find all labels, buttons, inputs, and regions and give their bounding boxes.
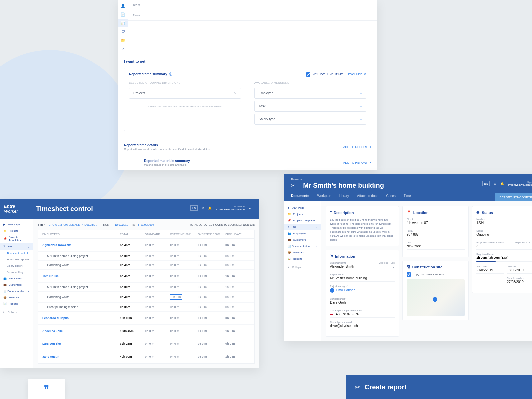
sidebar-item-projects[interactable]: 📁Projects: [0, 228, 33, 234]
sidebar-sub-salary-export[interactable]: Salary export: [0, 263, 33, 269]
user-menu[interactable]: Signed inPrzemysław Machlewski: [216, 205, 245, 211]
breadcrumb[interactable]: Projects: [291, 178, 384, 181]
add-icon[interactable]: +: [360, 117, 362, 121]
sidebar-sub-timesheet-control[interactable]: Timesheet control: [0, 250, 33, 256]
sidebar-item-reports[interactable]: 📊Reports: [284, 256, 321, 262]
sidebar-item-employees[interactable]: 👥Employees: [0, 275, 33, 282]
street-value[interactable]: 4th Avenue 87: [407, 221, 465, 226]
rail-icon[interactable]: 📊: [118, 19, 128, 27]
rail-icon[interactable]: 🛡: [118, 27, 128, 36]
sidebar-item-materials[interactable]: 📦Materials: [0, 294, 33, 301]
table-row[interactable]: Mr Smith home building project5h 00m0h 0…: [38, 252, 254, 261]
sidebar-sub-timesheet-reporting[interactable]: Timesheet reporting: [0, 256, 33, 263]
add-to-report-button[interactable]: ADD TO REPORT +: [343, 161, 371, 164]
include-lunch-checkbox[interactable]: INCLUDE LUNCHTIME: [306, 72, 343, 77]
address-link[interactable]: Address: [379, 262, 388, 265]
tab-cases[interactable]: Cases: [386, 194, 395, 201]
sidebar-item-start[interactable]: ▶Start Page: [0, 221, 33, 228]
table-row[interactable]: Lars von Tier32h 25m0h 0 m0h 0 m0h 0 m0h…: [38, 337, 254, 350]
email-value[interactable]: dave@skyrise.tech: [330, 324, 395, 329]
contact-value[interactable]: Dave Grohl: [330, 301, 395, 306]
table-row[interactable]: Great plumbing mission0h 05m0h 0 m0h 0 m…: [38, 303, 254, 312]
postal-value[interactable]: 987 887: [407, 233, 465, 238]
customer-value[interactable]: Alexander Smith ⌄: [330, 265, 395, 270]
table-row[interactable]: Gardening works0h 40m0h 0 m0h 0 m0h 0 m0…: [38, 292, 254, 303]
info-icon[interactable]: ⓘ: [169, 72, 172, 76]
completion-date[interactable]: 27/05/2019: [507, 280, 532, 285]
dimension-chip[interactable]: Projects✕: [129, 88, 241, 99]
flag-icon: ▬: [330, 312, 333, 316]
tab-attached-docs[interactable]: Attached docs: [357, 194, 378, 201]
chevron-down-icon[interactable]: ⌄: [249, 206, 251, 210]
rail-icon[interactable]: ↗: [118, 45, 128, 53]
tab-team[interactable]: Team: [128, 0, 377, 10]
pin-icon: 📌: [288, 219, 291, 222]
sidebar-item-templates[interactable]: 📌Projects Templates: [0, 234, 33, 243]
sidebar-item-time[interactable]: ⧖ Time⌄: [0, 243, 33, 250]
edit-link[interactable]: Edit: [391, 262, 395, 265]
close-icon[interactable]: ✕: [364, 73, 366, 76]
tab-period[interactable]: Period: [128, 10, 377, 21]
user-menu[interactable]: Signed inPrzemysław Machlewski: [508, 181, 532, 186]
back-icon[interactable]: ‹: [299, 184, 300, 187]
phone-value[interactable]: ▬ +48 678 876 876: [330, 312, 395, 318]
estimation-value[interactable]: 3: [476, 244, 532, 250]
table-row[interactable]: Leonardo diCaprio16h 00m0h 0 m0h 0 m0h 0…: [38, 312, 254, 325]
sidebar-collapse[interactable]: ⇤Collapse: [0, 309, 33, 315]
add-to-report-button[interactable]: ADD TO REPORT +: [343, 145, 371, 149]
dimension-chip[interactable]: Task+: [254, 101, 366, 112]
sidebar-item-reports[interactable]: 📊Reports: [0, 301, 33, 307]
project-name-value[interactable]: Mr Smith's home building: [330, 276, 395, 282]
exclude-button[interactable]: EXCLUDE ✕: [348, 73, 366, 76]
start-date[interactable]: 21/05/2019: [476, 268, 504, 274]
bell-icon[interactable]: 🔔: [208, 206, 212, 210]
sidebar-item-templates[interactable]: 📌Projects Templates: [284, 217, 321, 224]
table-row[interactable]: Mr Smith home building project5h 00m0h 0…: [38, 283, 254, 292]
dimension-chip[interactable]: Salary type+: [254, 114, 366, 125]
dimension-chip[interactable]: Employee+: [254, 88, 366, 99]
bell-icon[interactable]: 🔔: [500, 182, 504, 185]
lang-switch[interactable]: EN: [190, 205, 198, 211]
sidebar-item-employees[interactable]: 👥Employees: [284, 230, 321, 237]
tab-library[interactable]: Library: [339, 194, 349, 201]
sidebar-item-documentation[interactable]: 📄 Documentation⌄: [0, 288, 33, 294]
rail-icon[interactable]: 📄: [118, 10, 128, 19]
logo[interactable]: EntréWorker: [4, 204, 18, 214]
sidebar-item-materials[interactable]: 📦Materials: [284, 249, 321, 256]
table-row[interactable]: Gardening works0h 45m0h 0 m0h 0 m0h 0 m0…: [38, 261, 254, 270]
sidebar-sub-personnel-log[interactable]: Personnel log: [0, 269, 33, 275]
filter-show-dropdown[interactable]: SHOW EMPLOYEES AND PROJECTS ⌄: [49, 223, 98, 226]
filter-from[interactable]: ▸ 12/09/2019: [113, 223, 128, 226]
rail-icon[interactable]: 👤: [118, 1, 128, 10]
lang-switch[interactable]: EN: [482, 181, 490, 186]
location-card: 📍Location Street4th Avenue 87 Postal987 …: [402, 206, 469, 257]
map[interactable]: [407, 279, 465, 316]
sidebar-item-customers[interactable]: 💼Customers: [0, 282, 33, 288]
deadline[interactable]: 18/06/2019: [507, 268, 532, 274]
table-row[interactable]: Agnieszka Kowalska5h 45m0h 0 m0h 0 m0h 0…: [38, 239, 254, 252]
gear-icon[interactable]: ⚙: [494, 182, 496, 185]
report-nonconformity-button[interactable]: REPORT NONCONFOR: [495, 193, 532, 201]
gear-icon[interactable]: ⚙: [201, 206, 204, 210]
add-icon[interactable]: +: [360, 104, 362, 108]
sidebar-item-time[interactable]: ⧖ Time⌄: [284, 224, 321, 230]
add-icon[interactable]: +: [360, 91, 362, 95]
drop-zone[interactable]: DRAG AND DROP ONE OF AVAILABLE DIMENSION…: [129, 101, 241, 112]
table-row[interactable]: Angelina Jolie123h 45m0h 0 m0h 0 m0h 0 m…: [38, 325, 254, 337]
sidebar-item-documentation[interactable]: 📄 Documentation⌄: [284, 243, 321, 249]
sidebar-collapse[interactable]: ⇤Collapse: [284, 264, 321, 270]
tab-documents[interactable]: Documents: [291, 194, 309, 201]
rail-icon[interactable]: 📁: [118, 36, 128, 45]
filter-to[interactable]: ▸ 12/09/2019: [138, 223, 154, 226]
sidebar-item-start[interactable]: ▶Start Page: [284, 205, 321, 211]
remove-chip-icon[interactable]: ✕: [234, 91, 237, 95]
table-row[interactable]: Tom Cruise6h 45m0h 0 m0h 0 m0h 0 m1h 0 m: [38, 270, 254, 283]
sidebar-item-customers[interactable]: 💼Customers: [284, 237, 321, 243]
city-value[interactable]: New York: [407, 244, 465, 250]
sidebar-item-projects[interactable]: 📁Projects: [284, 211, 321, 217]
pm-value[interactable]: Timo Hansen: [330, 288, 395, 294]
table-row[interactable]: Jane Austin40h 00m0h 0 m0h 0 m0h 0 m1h 0…: [38, 350, 254, 363]
tab-time[interactable]: Time: [404, 194, 411, 201]
tab-workplan[interactable]: Workplan: [317, 194, 331, 201]
copy-address-checkbox[interactable]: Copy from project address: [407, 272, 465, 277]
